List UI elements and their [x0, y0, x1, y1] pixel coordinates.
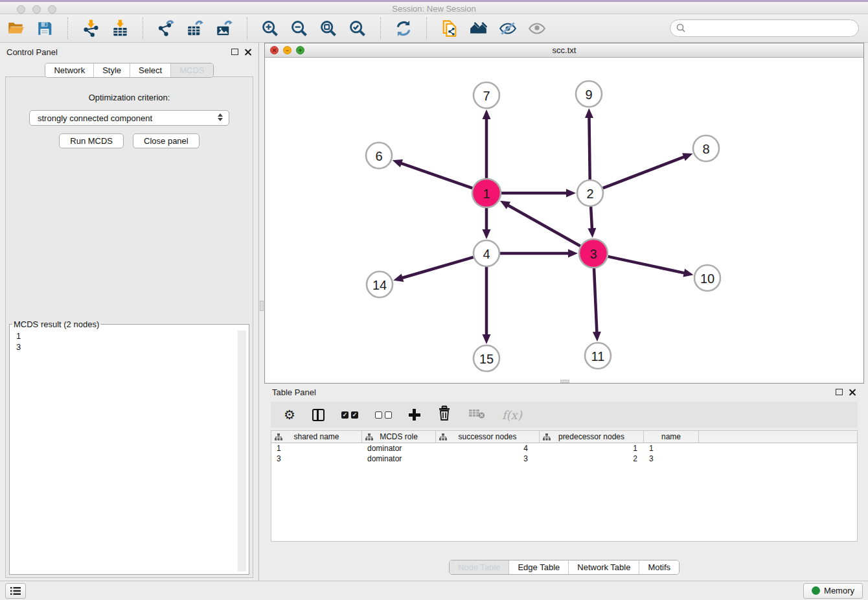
- gear-icon[interactable]: ⚙: [284, 408, 295, 421]
- tree-icon: [365, 433, 373, 443]
- run-mcds-button[interactable]: Run MCDS: [59, 133, 124, 148]
- graph-edge-3-11[interactable]: [594, 268, 597, 333]
- result-scrollbar[interactable]: [238, 330, 246, 571]
- first-neighbors-icon[interactable]: [470, 19, 488, 38]
- cell-mcds-role[interactable]: dominator: [362, 454, 436, 463]
- split-view-icon[interactable]: [312, 409, 325, 421]
- hide-selected-icon[interactable]: [499, 19, 517, 38]
- cell-shared-name[interactable]: 3: [271, 454, 362, 463]
- zoom-in-icon[interactable]: [261, 19, 279, 38]
- mcds-result-text[interactable]: 1 3: [11, 330, 247, 573]
- node-label: 9: [585, 87, 592, 102]
- import-network-icon[interactable]: [82, 19, 100, 38]
- graph-edge-3-1[interactable]: [507, 205, 580, 246]
- node-label: 4: [483, 247, 490, 261]
- import-table-icon[interactable]: [111, 19, 129, 38]
- column-header-shared-name[interactable]: shared name: [271, 431, 362, 443]
- cell-name[interactable]: 3: [644, 454, 699, 463]
- close-table-panel-icon[interactable]: [849, 388, 856, 396]
- node-label: 2: [586, 187, 593, 201]
- node-label: 7: [483, 89, 490, 103]
- network-graph[interactable]: 7968124314101511: [265, 58, 863, 384]
- window-title: Session: New Session: [0, 4, 868, 14]
- cell-mcds-role[interactable]: dominator: [362, 444, 436, 453]
- zoom-selected-icon[interactable]: [348, 19, 367, 38]
- node-label: 11: [591, 349, 605, 363]
- show-all-icon[interactable]: [528, 19, 546, 38]
- export-network-icon[interactable]: [157, 19, 175, 38]
- delete-table-icon[interactable]: [468, 408, 485, 422]
- add-column-icon[interactable]: [409, 409, 420, 421]
- tab-motifs[interactable]: Motifs: [639, 560, 679, 574]
- column-header-mcds-role[interactable]: MCDS role: [362, 431, 436, 443]
- clone-network-icon[interactable]: [440, 19, 459, 38]
- tab-network[interactable]: Network: [45, 63, 93, 77]
- memory-button[interactable]: Memory: [803, 583, 863, 599]
- tree-icon: [275, 433, 282, 443]
- function-builder-icon[interactable]: f(x): [502, 408, 522, 422]
- select-stepper-icon: [218, 113, 223, 121]
- edge-arrowhead: [588, 228, 596, 238]
- tab-select[interactable]: Select: [130, 63, 170, 77]
- tree-icon: [439, 433, 447, 443]
- select-all-icon[interactable]: ✓✓: [341, 411, 358, 419]
- open-session-icon[interactable]: [6, 19, 25, 38]
- column-header-successor-nodes[interactable]: successor nodes: [436, 431, 540, 443]
- optimization-criterion-select[interactable]: strongly connected component: [29, 110, 229, 126]
- table-row[interactable]: 3 dominator 3 2 3: [271, 454, 857, 464]
- horizontal-divider-grip[interactable]: [560, 380, 569, 383]
- graph-edge-4-14[interactable]: [402, 257, 474, 278]
- tab-mcds[interactable]: MCDS: [170, 63, 212, 77]
- zoom-out-icon[interactable]: [290, 19, 308, 38]
- float-table-panel-icon[interactable]: [836, 389, 843, 395]
- delete-icon[interactable]: [437, 406, 451, 424]
- column-header-predecessor-nodes[interactable]: predecessor nodes: [540, 431, 644, 443]
- save-session-icon[interactable]: [36, 19, 54, 38]
- cell-name[interactable]: 1: [644, 444, 699, 453]
- node-label: 6: [375, 149, 382, 163]
- panel-divider[interactable]: [259, 43, 264, 581]
- status-bar: Memory: [0, 581, 868, 600]
- cell-predecessor-nodes[interactable]: 2: [540, 454, 644, 463]
- cell-shared-name[interactable]: 1: [271, 444, 362, 453]
- search-input[interactable]: [670, 19, 859, 37]
- refresh-icon[interactable]: [394, 19, 413, 38]
- edge-arrowhead: [393, 159, 403, 167]
- node-table: shared name MCDS role successor nodes pr…: [271, 430, 858, 542]
- float-panel-icon[interactable]: [231, 49, 238, 55]
- network-canvas[interactable]: 7968124314101511: [265, 58, 863, 383]
- tree-icon: [543, 433, 551, 443]
- tab-node-table[interactable]: Node Table: [450, 560, 509, 574]
- export-table-icon[interactable]: [186, 19, 204, 38]
- mcds-result-box: MCDS result (2 nodes) 1 3: [9, 319, 249, 575]
- table-panel-title: Table Panel: [272, 387, 836, 397]
- task-history-button[interactable]: [5, 583, 26, 599]
- zoom-fit-icon[interactable]: [319, 19, 337, 38]
- tab-network-table[interactable]: Network Table: [568, 560, 639, 574]
- graph-edge-2-9[interactable]: [589, 117, 589, 179]
- cell-predecessor-nodes[interactable]: 1: [540, 444, 644, 453]
- control-panel-title: Control Panel: [6, 47, 231, 57]
- graph-edge-1-6[interactable]: [400, 163, 472, 189]
- tab-edge-table[interactable]: Edge Table: [508, 560, 568, 574]
- table-toolbar: ⚙ ✓✓ f(x): [271, 402, 858, 428]
- toolbar-separator: [247, 17, 247, 40]
- close-panel-button[interactable]: Close panel: [133, 133, 200, 148]
- graph-edge-3-10[interactable]: [608, 257, 685, 273]
- network-window-title: scc.txt: [265, 45, 863, 55]
- close-panel-icon[interactable]: [244, 48, 252, 56]
- divider-grip[interactable]: [260, 301, 264, 311]
- export-image-icon[interactable]: [215, 19, 233, 38]
- control-panel: Control Panel Network Style Select MCDS …: [0, 43, 259, 581]
- graph-edge-2-3[interactable]: [591, 207, 592, 229]
- network-window-titlebar[interactable]: ✕ − + scc.txt: [265, 43, 863, 58]
- node-label: 8: [702, 142, 709, 156]
- graph-edge-2-8[interactable]: [603, 157, 685, 189]
- cell-successor-nodes[interactable]: 4: [436, 444, 540, 453]
- tab-style[interactable]: Style: [93, 63, 130, 77]
- table-row[interactable]: 1 dominator 4 1 1: [271, 443, 857, 454]
- toolbar-separator: [426, 17, 427, 40]
- cell-successor-nodes[interactable]: 3: [436, 454, 540, 463]
- column-header-name[interactable]: name: [644, 431, 699, 443]
- deselect-all-icon[interactable]: [375, 411, 392, 419]
